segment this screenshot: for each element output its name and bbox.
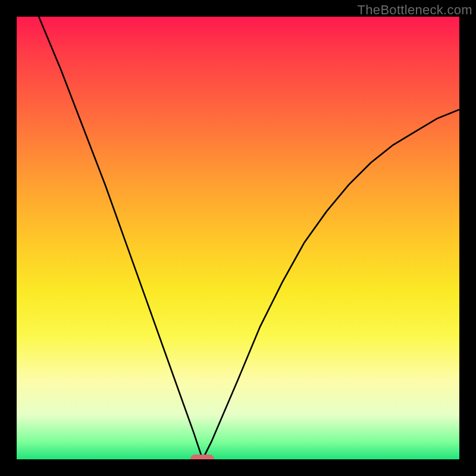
chart-frame: TheBottleneck.com [0, 0, 476, 476]
curve-layer [17, 17, 459, 459]
plot-area [17, 17, 459, 459]
bottleneck-curve [39, 17, 459, 459]
watermark-text: TheBottleneck.com [358, 2, 472, 18]
optimum-marker [190, 455, 214, 459]
